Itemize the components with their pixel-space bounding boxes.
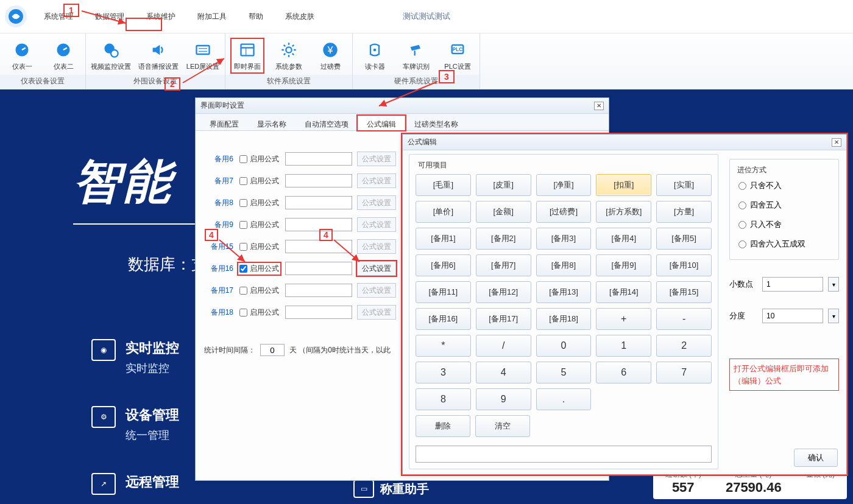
item-button-3[interactable]: [扣重] [596, 174, 651, 196]
ribbon-tool-仪表二[interactable]: 仪表二 [46, 40, 80, 71]
item-button-5[interactable]: [单价] [416, 201, 471, 223]
digit-button[interactable]: 0 [536, 335, 592, 357]
item-button-10[interactable]: [备用1] [416, 228, 471, 250]
enable-formula-checkbox[interactable] [239, 221, 247, 229]
item-button-18[interactable]: [备用9] [596, 254, 651, 276]
digit-button[interactable]: 5 [536, 362, 592, 383]
item-button-19[interactable]: [备用10] [656, 254, 712, 276]
ribbon-tool-车牌识别[interactable]: 车牌识别 [399, 40, 433, 71]
checkbox-label: 启用公式 [250, 264, 279, 274]
carry-radio[interactable] [738, 182, 746, 190]
clear-button[interactable]: 清空 [475, 415, 530, 437]
digit-button[interactable]: 4 [476, 362, 531, 383]
item-button-11[interactable]: [备用2] [476, 228, 531, 250]
item-button-21[interactable]: [备用12] [476, 281, 531, 303]
carry-radio[interactable] [738, 240, 746, 248]
item-button-15[interactable]: [备用6] [416, 254, 471, 276]
item-button-23[interactable]: [备用14] [596, 281, 651, 303]
item-button-9[interactable]: [方量] [656, 201, 712, 223]
carry-option-1[interactable]: 四舍五入 [738, 200, 834, 211]
item-button-17[interactable]: [备用8] [536, 254, 592, 276]
item-button-13[interactable]: [备用4] [596, 228, 651, 250]
ribbon-tool-LED屏设置[interactable]: LED屏设置 [186, 40, 220, 71]
formula-input[interactable] [416, 446, 712, 463]
ribbon-group-2: 即时界面系统参数¥过磅费软件系统设置 [225, 33, 353, 89]
division-spin-button[interactable]: ▾ [828, 309, 839, 323]
item-button-6[interactable]: [金额] [476, 201, 531, 223]
carry-option-0[interactable]: 只舍不入 [738, 180, 834, 191]
ribbon-tool-仪表一[interactable]: 仪表一 [5, 40, 39, 71]
digit-button[interactable]: 8 [416, 388, 471, 410]
item-button-1[interactable]: [皮重] [476, 174, 531, 196]
carry-option-3[interactable]: 四舍六入五成双 [738, 239, 834, 250]
digit-button[interactable]: 7 [656, 362, 712, 383]
operator-button[interactable]: + [596, 308, 651, 330]
delete-button[interactable]: 删除 [416, 415, 470, 437]
ribbon-tool-PLC设置[interactable]: PLCPLC设置 [441, 40, 475, 71]
formula-value-input[interactable] [285, 174, 352, 187]
item-button-14[interactable]: [备用5] [656, 228, 712, 250]
digit-button[interactable]: 6 [596, 362, 651, 383]
enable-formula-checkbox[interactable] [239, 155, 247, 163]
ribbon-tool-过磅费[interactable]: ¥过磅费 [313, 40, 347, 71]
enable-formula-checkbox[interactable] [239, 287, 247, 295]
item-button-20[interactable]: [备用11] [416, 281, 471, 303]
item-button-16[interactable]: [备用7] [476, 254, 531, 276]
formula-settings-button[interactable]: 公式设置 [357, 261, 396, 276]
enable-formula-checkbox[interactable] [239, 309, 247, 317]
enable-formula-checkbox[interactable] [239, 177, 247, 185]
division-value[interactable]: 10 [762, 309, 823, 323]
formula-value-input[interactable] [285, 218, 352, 231]
enable-formula-checkbox[interactable] [239, 265, 247, 273]
item-button-8[interactable]: [折方系数] [596, 201, 651, 223]
item-button-25[interactable]: [备用16] [416, 308, 471, 330]
item-button-22[interactable]: [备用13] [536, 281, 592, 303]
formula-value-input[interactable] [285, 196, 352, 209]
item-button-27[interactable]: [备用18] [536, 308, 592, 330]
carry-option-2[interactable]: 只入不舍 [738, 219, 834, 230]
digit-button[interactable]: 3 [416, 362, 471, 383]
close-icon[interactable]: ✕ [594, 102, 604, 110]
ok-button[interactable]: 确认 [794, 449, 838, 467]
ribbon-tool-语音播报设置[interactable]: 语音播报设置 [138, 40, 179, 71]
tab-0[interactable]: 界面配置 [200, 116, 248, 130]
svg-rect-10 [241, 44, 254, 55]
formula-value-input[interactable] [285, 152, 352, 166]
item-button-26[interactable]: [备用17] [476, 308, 531, 330]
operator-button[interactable]: - [656, 308, 712, 330]
formula-value-input[interactable] [285, 240, 352, 253]
formula-value-input[interactable] [285, 284, 352, 297]
carry-radio[interactable] [738, 221, 746, 229]
digit-button[interactable]: 1 [596, 335, 651, 357]
item-button-12[interactable]: [备用3] [536, 228, 592, 250]
formula-value-input[interactable] [285, 262, 352, 275]
item-button-7[interactable]: [过磅费] [536, 201, 592, 223]
item-button-0[interactable]: [毛重] [416, 174, 471, 196]
operator-button[interactable]: / [476, 335, 531, 357]
ribbon-tool-读卡器[interactable]: 读卡器 [358, 40, 392, 71]
digit-button[interactable]: . [536, 388, 592, 410]
close-icon[interactable]: ✕ [832, 138, 841, 147]
ribbon-tool-视频监控设置[interactable]: 视频监控设置 [91, 40, 131, 71]
operator-button[interactable]: * [416, 335, 471, 357]
enable-formula-checkbox[interactable] [239, 199, 247, 207]
digit-button[interactable]: 9 [476, 388, 531, 410]
enable-formula-checkbox[interactable] [239, 243, 247, 251]
decimal-spin-button[interactable]: ▾ [828, 277, 839, 292]
dialog2-title-bar[interactable]: 公式编辑 ✕ [403, 135, 846, 150]
tab-4[interactable]: 过磅类型名称 [405, 116, 467, 130]
carry-radio[interactable] [738, 201, 746, 209]
dialog1-title-bar[interactable]: 界面即时设置 ✕ [196, 98, 609, 114]
item-button-24[interactable]: [备用15] [656, 281, 712, 303]
digit-button[interactable]: 2 [656, 335, 712, 357]
item-button-4[interactable]: [实重] [656, 174, 712, 196]
tab-1[interactable]: 显示名称 [248, 116, 296, 130]
tab-2[interactable]: 自动清空选项 [296, 116, 358, 130]
tab-3[interactable]: 公式编辑 [358, 116, 405, 130]
stat-interval-input[interactable] [260, 344, 285, 356]
decimal-value[interactable]: 1 [762, 277, 823, 292]
ribbon-tool-即时界面[interactable]: 即时界面 [230, 38, 264, 74]
item-button-2[interactable]: [净重] [536, 174, 592, 196]
formula-value-input[interactable] [285, 306, 352, 319]
ribbon-tool-系统参数[interactable]: 系统参数 [272, 40, 306, 71]
